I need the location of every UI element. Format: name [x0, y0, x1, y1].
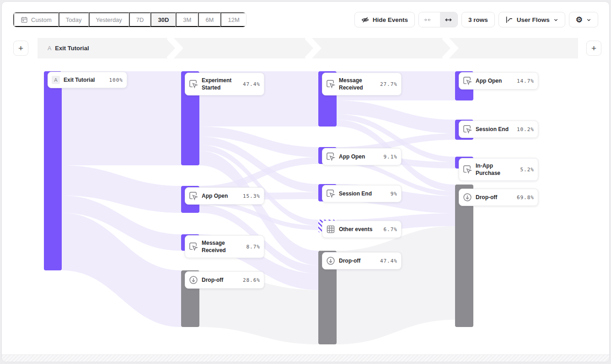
flow-node-card[interactable]: Drop-off47.4%	[322, 252, 402, 269]
event-cursor-icon	[463, 125, 472, 134]
event-cursor-icon	[326, 152, 335, 161]
flow-links-layer	[2, 2, 610, 362]
node-percentage: 15.3%	[243, 193, 260, 199]
flow-node-card[interactable]: Message Received8.7%	[185, 235, 264, 258]
event-cursor-icon	[463, 165, 472, 174]
node-label: App Open	[202, 192, 239, 200]
node-percentage: 27.7%	[380, 81, 397, 87]
event-cursor-icon	[326, 189, 335, 198]
flow-node-card[interactable]: Other events6.7%	[322, 221, 402, 238]
flow-node-card[interactable]: Message Received27.7%	[322, 73, 402, 95]
node-percentage: 47.4%	[243, 81, 260, 87]
flow-link	[62, 165, 181, 213]
node-percentage: 10.2%	[517, 127, 534, 132]
step-letter-badge: A	[52, 76, 60, 84]
node-percentage: 8.7%	[247, 244, 261, 250]
flow-node-card[interactable]: AExit Tutorial100%	[48, 72, 127, 88]
event-cursor-icon	[189, 191, 198, 200]
flow-node-card[interactable]: App Open14.7%	[459, 72, 538, 90]
node-label: Message Received	[202, 239, 243, 254]
dropoff-arrow-icon	[189, 275, 198, 285]
flow-link	[199, 137, 318, 192]
flow-node-card[interactable]: Session End10.2%	[459, 121, 538, 138]
node-percentage: 100%	[109, 77, 123, 83]
main-panel: CustomTodayYesterday7D30D3M6M12M Hide Ev…	[1, 1, 610, 362]
dropoff-arrow-icon	[463, 193, 472, 202]
node-label: Exit Tutorial	[64, 76, 106, 84]
node-percentage: 28.6%	[243, 277, 260, 283]
node-label: App Open	[339, 153, 380, 160]
event-cursor-icon	[189, 242, 198, 251]
flow-link	[199, 127, 318, 157]
flow-node-card[interactable]: Session End9%	[322, 185, 402, 202]
flow-node-card[interactable]: Drop-off69.8%	[459, 189, 538, 206]
other-events-grid-icon	[326, 225, 335, 234]
flow-link	[62, 195, 181, 251]
dropoff-arrow-icon	[326, 256, 335, 265]
flow-node-bar[interactable]	[44, 71, 62, 270]
node-label: Drop-off	[476, 194, 513, 201]
node-label: Message Received	[339, 77, 376, 91]
node-percentage: 69.8%	[517, 195, 534, 200]
node-label: App Open	[476, 77, 513, 84]
node-percentage: 9%	[391, 191, 397, 197]
event-cursor-icon	[189, 79, 198, 89]
flow-link	[337, 226, 455, 344]
node-label: Other events	[339, 226, 380, 233]
node-label: Drop-off	[202, 276, 239, 284]
node-percentage: 47.4%	[380, 258, 397, 264]
node-percentage: 9.1%	[384, 154, 398, 160]
node-percentage: 14.7%	[517, 78, 534, 84]
node-label: Drop-off	[339, 257, 376, 264]
flow-node-card[interactable]: Drop-off28.6%	[185, 271, 264, 289]
event-cursor-icon	[463, 76, 472, 85]
flow-link	[337, 100, 455, 133]
flow-link	[62, 213, 181, 327]
flow-node-card[interactable]: App Open9.1%	[322, 148, 402, 165]
node-percentage: 6.7%	[384, 227, 398, 232]
node-label: Session End	[476, 126, 513, 133]
node-label: Session End	[339, 190, 387, 197]
flow-node-card[interactable]: App Open15.3%	[185, 187, 264, 205]
node-label: Experiment Started	[202, 77, 239, 91]
flow-node-card[interactable]: In-App Purchase5.2%	[459, 158, 538, 181]
flow-link	[199, 145, 318, 226]
bottom-scroll-strip[interactable]	[2, 354, 609, 362]
node-percentage: 5.2%	[520, 167, 535, 173]
user-flows-sankey: AExit Tutorial100%Experiment Started47.4…	[2, 2, 609, 362]
flow-node-card[interactable]: Experiment Started47.4%	[185, 73, 264, 95]
node-label: In-App Purchase	[476, 162, 517, 177]
event-cursor-icon	[326, 79, 335, 89]
